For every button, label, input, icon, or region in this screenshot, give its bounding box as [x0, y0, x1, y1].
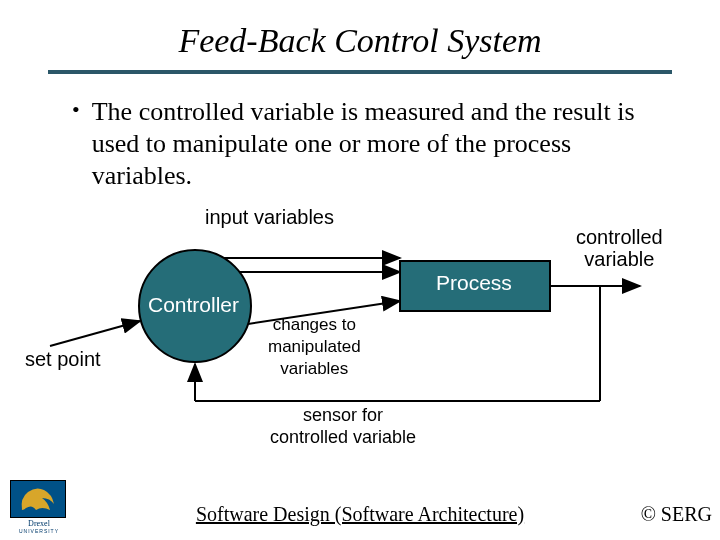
logo-sub: UNIVERSITY: [10, 528, 68, 534]
logo-name: Drexel: [10, 519, 68, 528]
slide-title: Feed-Back Control System: [0, 22, 720, 60]
label-input-variables: input variables: [205, 206, 334, 228]
svg-line-3: [50, 321, 140, 346]
drexel-logo-icon: [10, 480, 66, 518]
label-sensor: sensor for controlled variable: [270, 404, 416, 448]
bullet-marker: •: [72, 96, 80, 192]
label-controlled-variable: controlled variable: [576, 226, 663, 270]
bullet-text: The controlled variable is measured and …: [92, 96, 664, 192]
title-underline: [48, 70, 672, 74]
drexel-logo: Drexel UNIVERSITY: [10, 480, 68, 530]
label-controller: Controller: [148, 294, 239, 316]
footer-course: Software Design (Software Architecture): [0, 503, 720, 526]
footer-copyright: © SERG: [641, 503, 712, 526]
label-changes: changes to manipulated variables: [268, 314, 361, 380]
label-set-point: set point: [25, 348, 101, 370]
label-process: Process: [436, 272, 512, 294]
feedback-diagram: input variables Controller set point cha…: [0, 206, 720, 466]
bullet-row: • The controlled variable is measured an…: [72, 96, 664, 192]
